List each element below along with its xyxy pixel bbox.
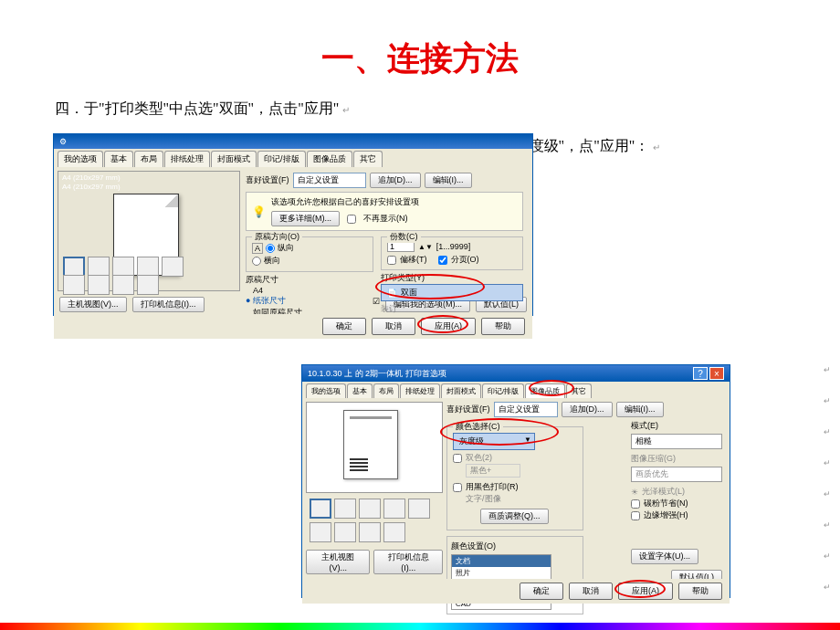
tab-stamp[interactable]: 印记/排版 [482, 383, 524, 398]
tab-bar: 我的选项 基本 布局 排纸处理 封面模式 印记/排版 图像品质 其它 [302, 382, 730, 398]
print-dialog-1: ⚙ 我的选项 基本 布局 排纸处理 封面模式 印记/排版 图像品质 其它 A4 … [53, 133, 533, 316]
tab-cover[interactable]: 封面模式 [441, 383, 481, 398]
blackprint-checkbox[interactable] [453, 483, 462, 492]
tab-output[interactable]: 排纸处理 [164, 151, 210, 167]
collate-checkbox[interactable] [438, 256, 447, 265]
layout-thumb[interactable] [63, 275, 85, 295]
print-type-duplex[interactable]: 📄 双面 [381, 284, 523, 301]
ok-button[interactable]: 确定 [520, 583, 563, 600]
pref-combo[interactable]: 自定义设置 [293, 173, 366, 188]
tab-output[interactable]: 排纸处理 [400, 383, 440, 398]
tab-myoptions[interactable]: 我的选项 [58, 151, 103, 167]
help-icon[interactable]: ? [693, 367, 708, 380]
paper-info: A4 (210x297 mm) A4 (210x297 mm) [62, 173, 121, 192]
layout-thumb[interactable] [359, 522, 381, 542]
bulb-icon: 💡 [252, 205, 266, 218]
layout-thumb[interactable] [310, 499, 331, 519]
close-button[interactable]: × [709, 367, 724, 380]
host-view-button[interactable]: 主机视图(V)... [306, 550, 370, 574]
layout-thumb[interactable] [137, 275, 159, 295]
layout-thumb[interactable] [310, 522, 331, 542]
cancel-button[interactable]: 取消 [372, 318, 415, 335]
ok-button[interactable]: 确定 [322, 318, 366, 335]
slide-title: 一、连接方法 [0, 0, 840, 100]
layout-thumb[interactable] [359, 499, 381, 519]
offset-checkbox[interactable] [387, 256, 396, 265]
apply-button[interactable]: 应用(A) [618, 583, 673, 600]
portrait-radio[interactable] [266, 244, 275, 253]
add-button[interactable]: 追加(D)... [562, 402, 613, 417]
tab-myoptions[interactable]: 我的选项 [306, 383, 346, 398]
tab-basic[interactable]: 基本 [104, 151, 133, 167]
tab-stamp[interactable]: 印记/排版 [257, 151, 306, 167]
tab-quality[interactable]: 图像品质 [307, 151, 352, 167]
step4-text: 四．于"打印类型"中点选"双面"，点击"应用"↵ [55, 100, 840, 119]
font-button[interactable]: 设置字体(U)... [631, 549, 698, 564]
cancel-button[interactable]: 取消 [569, 583, 613, 600]
info-box: 💡 该选项允许您根据自己的喜好安排设置项 更多详细(M)... 不再显示(N) [246, 192, 523, 231]
printer-info-button[interactable]: 打印机信息(I)... [132, 297, 205, 312]
edit-button[interactable]: 编辑(I)... [425, 173, 472, 188]
paper-preview [343, 410, 398, 479]
tab-other[interactable]: 其它 [353, 151, 383, 167]
titlebar: ⚙ [54, 134, 532, 149]
help-button[interactable]: 帮助 [481, 318, 525, 335]
edge-enhance-checkbox[interactable] [631, 511, 640, 520]
pref-label: 喜好设置(F) [446, 404, 490, 415]
pref-label: 喜好设置(F) [246, 174, 289, 186]
portrait-icon: A [252, 243, 263, 254]
toner-save-checkbox[interactable] [631, 499, 640, 509]
layout-thumb[interactable] [383, 499, 405, 519]
layout-thumb[interactable] [88, 275, 110, 295]
host-view-button[interactable]: 主机视图(V)... [59, 297, 127, 312]
apply-button[interactable]: 应用(A) [421, 318, 476, 335]
twocolor-checkbox[interactable] [453, 454, 462, 463]
print-dialog-2: 10.1.0.30 上 的 2期一体机 打印首选项 ? × 我的选项 基本 布局… [301, 364, 730, 598]
orientation-group: 原稿方向(O) A纵向 横向 [246, 236, 373, 272]
printer-info-button[interactable]: 打印机信息(I)... [373, 550, 443, 574]
tab-bar: 我的选项 基本 布局 排纸处理 封面模式 印记/排版 图像品质 其它 [54, 149, 532, 167]
duplex-icon: 📄 [387, 289, 397, 298]
layout-thumb[interactable] [334, 499, 356, 519]
tab-layout[interactable]: 布局 [373, 383, 399, 398]
copies-group: 份数(C) 1 ▲▼ [1...9999] 偏移(T) 分页(O) [381, 236, 523, 270]
color-dropdown[interactable]: 灰度级 [453, 433, 535, 450]
mode-combo[interactable]: 相糙 [631, 434, 722, 449]
help-button[interactable]: 帮助 [678, 583, 722, 600]
layout-thumb[interactable] [112, 275, 134, 295]
rainbow-bar [0, 623, 840, 630]
compress-combo[interactable]: 画质优先 [631, 467, 722, 482]
add-button[interactable]: 追加(D)... [370, 173, 421, 188]
tab-basic[interactable]: 基本 [347, 383, 373, 398]
pref-combo[interactable]: 自定义设置 [494, 402, 558, 417]
layout-thumb[interactable] [334, 522, 356, 542]
no-show-checkbox[interactable] [347, 215, 356, 224]
layout-thumb[interactable] [162, 257, 184, 277]
edit-button[interactable]: 编辑(I)... [616, 402, 664, 417]
tab-other[interactable]: 其它 [566, 383, 592, 398]
more-details-button[interactable]: 更多详细(M)... [271, 211, 340, 226]
tab-layout[interactable]: 布局 [134, 151, 163, 167]
quality-adjust-button[interactable]: 画质调整(Q)... [480, 509, 549, 524]
titlebar: 10.1.0.30 上 的 2期一体机 打印首选项 ? × [302, 365, 730, 382]
print-type-group: 打印类型(Y) 📄 双面 [381, 272, 523, 301]
landscape-radio[interactable] [252, 257, 261, 266]
tab-cover[interactable]: 封面模式 [211, 151, 257, 167]
preview-area [306, 402, 443, 493]
layout-thumb[interactable] [408, 499, 430, 519]
color-select-group: 颜色选择(C) 灰度级 双色(2) 黑色+ 用黑色打印(R) 文字/图像 画质调… [446, 426, 583, 530]
tab-quality[interactable]: 图像品质 [525, 383, 565, 398]
layout-thumb[interactable] [383, 522, 405, 542]
